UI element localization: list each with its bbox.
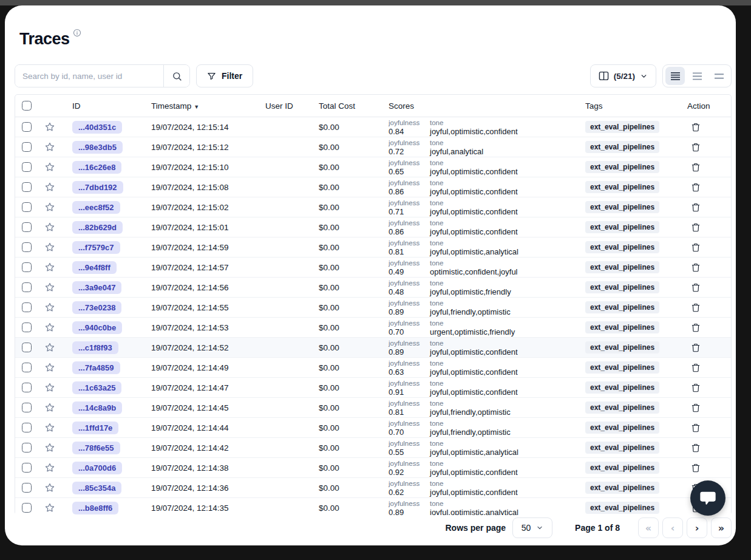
table-row[interactable]: ...9e4f8ff 19/07/2024, 12:14:57 $0.00 jo…: [15, 258, 731, 278]
row-checkbox[interactable]: [22, 122, 32, 132]
trace-id-link[interactable]: ...9e4f8ff: [72, 261, 117, 274]
trace-id-link[interactable]: ...85c354a: [72, 482, 121, 494]
trace-id-link[interactable]: ...73e0238: [72, 301, 121, 314]
bookmark-star-button[interactable]: [44, 482, 55, 493]
tag-badge[interactable]: ext_eval_pipelines: [585, 241, 659, 253]
table-row[interactable]: ...85c354a 19/07/2024, 12:14:36 $0.00 jo…: [15, 478, 731, 498]
tag-badge[interactable]: ext_eval_pipelines: [585, 141, 659, 153]
delete-trace-button[interactable]: [691, 302, 701, 313]
delete-trace-button[interactable]: [691, 463, 701, 473]
row-checkbox[interactable]: [22, 443, 32, 452]
delete-trace-button[interactable]: [691, 142, 701, 152]
row-checkbox[interactable]: [22, 503, 32, 513]
previous-page-button[interactable]: ‹: [662, 517, 683, 538]
tag-badge[interactable]: ext_eval_pipelines: [585, 161, 659, 173]
row-height-large-button[interactable]: [709, 67, 729, 85]
bookmark-star-button[interactable]: [44, 322, 55, 333]
bookmark-star-button[interactable]: [44, 502, 55, 513]
table-row[interactable]: ...1ffd17e 19/07/2024, 12:14:44 $0.00 jo…: [15, 418, 731, 438]
row-height-medium-button[interactable]: [687, 67, 707, 85]
table-row[interactable]: ...c1f8f93 19/07/2024, 12:14:52 $0.00 jo…: [15, 338, 731, 358]
tag-badge[interactable]: ext_eval_pipelines: [585, 201, 659, 213]
tag-badge[interactable]: ext_eval_pipelines: [585, 221, 659, 233]
tag-badge[interactable]: ext_eval_pipelines: [585, 381, 659, 394]
row-checkbox[interactable]: [22, 202, 32, 212]
bookmark-star-button[interactable]: [44, 422, 55, 433]
trace-id-link[interactable]: ...f7579c7: [72, 241, 120, 254]
table-row[interactable]: ...73e0238 19/07/2024, 12:14:55 $0.00 jo…: [15, 298, 731, 318]
delete-trace-button[interactable]: [691, 162, 701, 172]
delete-trace-button[interactable]: [691, 343, 701, 353]
first-page-button[interactable]: «: [638, 517, 659, 538]
row-checkbox[interactable]: [22, 222, 32, 232]
tag-badge[interactable]: ext_eval_pipelines: [585, 361, 659, 374]
column-visibility-button[interactable]: (5/21): [590, 64, 656, 87]
trace-id-link[interactable]: ...82b629d: [72, 221, 123, 234]
user-id-column-header[interactable]: User ID: [265, 101, 319, 111]
tag-badge[interactable]: ext_eval_pipelines: [585, 442, 659, 454]
delete-trace-button[interactable]: [691, 403, 701, 413]
tag-badge[interactable]: ext_eval_pipelines: [585, 301, 659, 313]
row-checkbox[interactable]: [22, 363, 32, 372]
next-page-button[interactable]: ›: [687, 517, 707, 538]
delete-trace-button[interactable]: [691, 182, 701, 193]
trace-id-link[interactable]: ...b8e8ff6: [72, 502, 118, 514]
row-checkbox[interactable]: [22, 323, 32, 332]
bookmark-star-button[interactable]: [44, 262, 55, 273]
tag-badge[interactable]: ext_eval_pipelines: [585, 482, 659, 494]
table-row[interactable]: ...f7579c7 19/07/2024, 12:14:59 $0.00 jo…: [15, 237, 731, 258]
row-checkbox[interactable]: [22, 182, 32, 192]
trace-id-link[interactable]: ...7dbd192: [72, 181, 123, 194]
id-column-header[interactable]: ID: [61, 101, 151, 111]
bookmark-star-button[interactable]: [44, 342, 55, 353]
row-checkbox[interactable]: [22, 423, 32, 432]
tag-badge[interactable]: ext_eval_pipelines: [585, 462, 659, 474]
trace-id-link[interactable]: ...78f6e55: [72, 442, 120, 454]
bookmark-star-button[interactable]: [44, 462, 55, 473]
table-row[interactable]: ...b8e8ff6 19/07/2024, 12:14:35 $0.00 jo…: [15, 498, 731, 515]
chat-widget-button[interactable]: [690, 480, 726, 516]
delete-trace-button[interactable]: [691, 202, 701, 213]
delete-trace-button[interactable]: [691, 262, 701, 273]
table-row[interactable]: ...78f6e55 19/07/2024, 12:14:42 $0.00 jo…: [15, 438, 731, 458]
bookmark-star-button[interactable]: [44, 121, 55, 132]
delete-trace-button[interactable]: [691, 122, 701, 132]
tag-badge[interactable]: ext_eval_pipelines: [585, 281, 659, 293]
trace-id-link[interactable]: ...0a700d6: [72, 462, 122, 474]
bookmark-star-button[interactable]: [44, 402, 55, 413]
last-page-button[interactable]: »: [711, 517, 732, 538]
table-row[interactable]: ...98e3db5 19/07/2024, 12:15:12 $0.00 jo…: [15, 137, 731, 157]
trace-id-link[interactable]: ...7fa4859: [72, 361, 120, 374]
tag-badge[interactable]: ext_eval_pipelines: [585, 261, 659, 273]
row-checkbox[interactable]: [22, 483, 32, 493]
row-checkbox[interactable]: [22, 162, 32, 172]
row-checkbox[interactable]: [22, 302, 32, 312]
trace-id-link[interactable]: ...1c63a25: [72, 381, 121, 394]
table-row[interactable]: ...82b629d 19/07/2024, 12:15:01 $0.00 jo…: [15, 217, 731, 237]
table-row[interactable]: ...eec8f52 19/07/2024, 12:15:02 $0.00 jo…: [15, 197, 731, 217]
trace-id-link[interactable]: ...1ffd17e: [72, 422, 118, 434]
row-checkbox[interactable]: [22, 463, 32, 473]
tag-badge[interactable]: ext_eval_pipelines: [585, 121, 659, 133]
row-checkbox[interactable]: [22, 282, 32, 292]
bookmark-star-button[interactable]: [44, 162, 55, 172]
select-all-checkbox[interactable]: [22, 101, 32, 111]
tag-badge[interactable]: ext_eval_pipelines: [585, 502, 659, 514]
table-row[interactable]: ...7fa4859 19/07/2024, 12:14:49 $0.00 jo…: [15, 358, 731, 378]
row-height-small-button[interactable]: [665, 67, 685, 85]
info-icon[interactable]: [73, 29, 81, 39]
bookmark-star-button[interactable]: [44, 202, 55, 213]
total-cost-column-header[interactable]: Total Cost: [319, 101, 387, 111]
tag-badge[interactable]: ext_eval_pipelines: [585, 341, 659, 353]
trace-id-link[interactable]: ...eec8f52: [72, 201, 120, 214]
trace-id-link[interactable]: ...16c26e8: [72, 161, 121, 174]
delete-trace-button[interactable]: [691, 323, 701, 333]
search-button[interactable]: [163, 65, 189, 87]
row-checkbox[interactable]: [22, 242, 32, 252]
row-checkbox[interactable]: [22, 383, 32, 392]
delete-trace-button[interactable]: [691, 242, 701, 253]
table-row[interactable]: ...16c26e8 19/07/2024, 12:15:10 $0.00 jo…: [15, 157, 731, 177]
row-checkbox[interactable]: [22, 262, 32, 272]
timestamp-column-header[interactable]: Timestamp▼: [151, 101, 265, 111]
bookmark-star-button[interactable]: [44, 442, 55, 453]
